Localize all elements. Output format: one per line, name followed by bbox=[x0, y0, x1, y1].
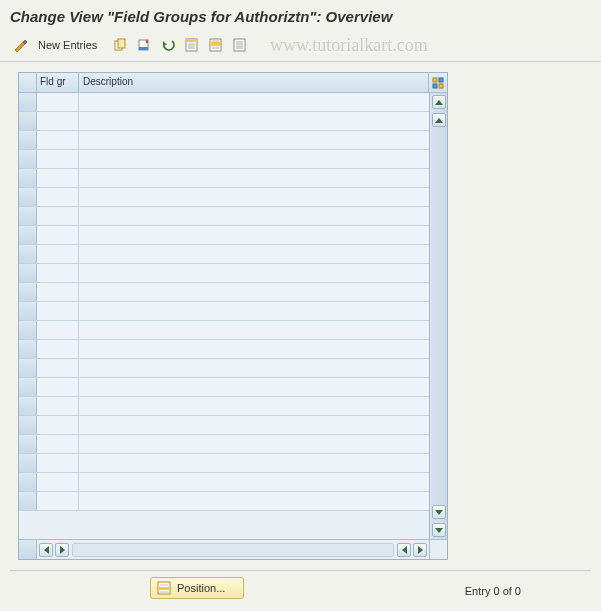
scroll-up-icon[interactable] bbox=[432, 95, 446, 109]
row-selector[interactable] bbox=[19, 245, 37, 263]
column-header-description[interactable]: Description bbox=[79, 73, 429, 92]
scroll-left-icon[interactable] bbox=[55, 543, 69, 557]
table-row[interactable] bbox=[19, 435, 429, 454]
scroll-up-icon[interactable] bbox=[432, 113, 446, 127]
cell-description[interactable] bbox=[79, 150, 429, 168]
row-selector[interactable] bbox=[19, 131, 37, 149]
header-selector[interactable] bbox=[19, 73, 37, 92]
cell-fldgr[interactable] bbox=[37, 302, 79, 320]
table-row[interactable] bbox=[19, 226, 429, 245]
cell-fldgr[interactable] bbox=[37, 169, 79, 187]
cell-fldgr[interactable] bbox=[37, 321, 79, 339]
table-row[interactable] bbox=[19, 416, 429, 435]
cell-description[interactable] bbox=[79, 93, 429, 111]
table-row[interactable] bbox=[19, 150, 429, 169]
row-selector[interactable] bbox=[19, 112, 37, 130]
cell-fldgr[interactable] bbox=[37, 245, 79, 263]
cell-description[interactable] bbox=[79, 492, 429, 510]
cell-fldgr[interactable] bbox=[37, 359, 79, 377]
cell-description[interactable] bbox=[79, 340, 429, 358]
cell-fldgr[interactable] bbox=[37, 283, 79, 301]
row-selector[interactable] bbox=[19, 302, 37, 320]
table-row[interactable] bbox=[19, 245, 429, 264]
cell-fldgr[interactable] bbox=[37, 131, 79, 149]
cell-description[interactable] bbox=[79, 473, 429, 491]
row-selector[interactable] bbox=[19, 435, 37, 453]
row-selector[interactable] bbox=[19, 283, 37, 301]
row-selector[interactable] bbox=[19, 397, 37, 415]
cell-description[interactable] bbox=[79, 359, 429, 377]
table-row[interactable] bbox=[19, 169, 429, 188]
cell-fldgr[interactable] bbox=[37, 340, 79, 358]
cell-fldgr[interactable] bbox=[37, 93, 79, 111]
cell-description[interactable] bbox=[79, 169, 429, 187]
cell-description[interactable] bbox=[79, 112, 429, 130]
scroll-right-icon[interactable] bbox=[413, 543, 427, 557]
table-row[interactable] bbox=[19, 283, 429, 302]
cell-fldgr[interactable] bbox=[37, 416, 79, 434]
cell-fldgr[interactable] bbox=[37, 435, 79, 453]
cell-description[interactable] bbox=[79, 435, 429, 453]
table-row[interactable] bbox=[19, 492, 429, 511]
row-selector[interactable] bbox=[19, 359, 37, 377]
cell-fldgr[interactable] bbox=[37, 226, 79, 244]
row-selector[interactable] bbox=[19, 492, 37, 510]
cell-description[interactable] bbox=[79, 283, 429, 301]
scroll-right-icon[interactable] bbox=[397, 543, 411, 557]
row-selector[interactable] bbox=[19, 93, 37, 111]
table-row[interactable] bbox=[19, 188, 429, 207]
cell-fldgr[interactable] bbox=[37, 473, 79, 491]
table-row[interactable] bbox=[19, 264, 429, 283]
cell-description[interactable] bbox=[79, 397, 429, 415]
table-row[interactable] bbox=[19, 112, 429, 131]
row-selector[interactable] bbox=[19, 340, 37, 358]
cell-fldgr[interactable] bbox=[37, 188, 79, 206]
cell-description[interactable] bbox=[79, 264, 429, 282]
cell-fldgr[interactable] bbox=[37, 397, 79, 415]
undo-icon[interactable] bbox=[157, 35, 179, 55]
new-entries-button[interactable]: New Entries bbox=[38, 39, 97, 51]
row-selector[interactable] bbox=[19, 321, 37, 339]
cell-description[interactable] bbox=[79, 378, 429, 396]
row-selector[interactable] bbox=[19, 226, 37, 244]
table-row[interactable] bbox=[19, 397, 429, 416]
cell-fldgr[interactable] bbox=[37, 378, 79, 396]
copy-icon[interactable] bbox=[109, 35, 131, 55]
cell-description[interactable] bbox=[79, 207, 429, 225]
table-row[interactable] bbox=[19, 302, 429, 321]
row-selector[interactable] bbox=[19, 454, 37, 472]
cell-fldgr[interactable] bbox=[37, 264, 79, 282]
horizontal-scrollbar[interactable] bbox=[39, 542, 427, 558]
cell-description[interactable] bbox=[79, 188, 429, 206]
row-selector[interactable] bbox=[19, 473, 37, 491]
cell-description[interactable] bbox=[79, 321, 429, 339]
table-row[interactable] bbox=[19, 131, 429, 150]
change-display-icon[interactable] bbox=[10, 35, 32, 55]
scroll-left-icon[interactable] bbox=[39, 543, 53, 557]
cell-fldgr[interactable] bbox=[37, 112, 79, 130]
select-all-icon[interactable] bbox=[181, 35, 203, 55]
table-row[interactable] bbox=[19, 207, 429, 226]
table-row[interactable] bbox=[19, 93, 429, 112]
select-block-icon[interactable] bbox=[205, 35, 227, 55]
row-selector[interactable] bbox=[19, 378, 37, 396]
table-row[interactable] bbox=[19, 473, 429, 492]
cell-fldgr[interactable] bbox=[37, 207, 79, 225]
table-row[interactable] bbox=[19, 340, 429, 359]
deselect-all-icon[interactable] bbox=[229, 35, 251, 55]
delete-icon[interactable] bbox=[133, 35, 155, 55]
cell-description[interactable] bbox=[79, 245, 429, 263]
row-selector[interactable] bbox=[19, 416, 37, 434]
table-row[interactable] bbox=[19, 321, 429, 340]
cell-description[interactable] bbox=[79, 416, 429, 434]
scroll-down-icon[interactable] bbox=[432, 523, 446, 537]
cell-description[interactable] bbox=[79, 226, 429, 244]
cell-fldgr[interactable] bbox=[37, 150, 79, 168]
scroll-down-icon[interactable] bbox=[432, 505, 446, 519]
table-row[interactable] bbox=[19, 378, 429, 397]
column-header-fldgr[interactable]: Fld gr bbox=[37, 73, 79, 92]
position-button[interactable]: Position... bbox=[150, 577, 244, 599]
row-selector[interactable] bbox=[19, 169, 37, 187]
row-selector[interactable] bbox=[19, 150, 37, 168]
cell-fldgr[interactable] bbox=[37, 454, 79, 472]
